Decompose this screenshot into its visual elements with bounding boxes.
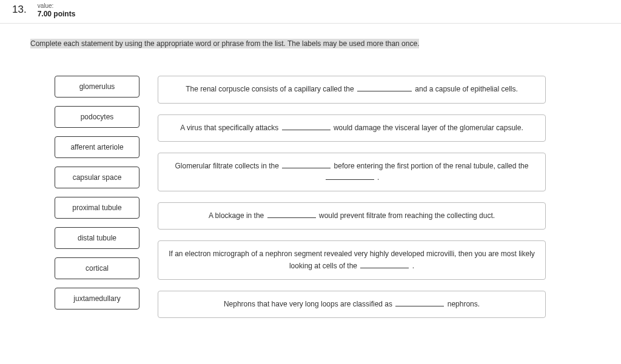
- targets-column: The renal corpuscle consists of a capill…: [158, 76, 546, 318]
- drag-drop-activity: glomerulus podocytes afferent arteriole …: [30, 76, 591, 318]
- label-distal-tubule[interactable]: distal tubule: [55, 227, 139, 249]
- fill-blank[interactable]: [282, 162, 331, 168]
- statement-text: would damage the visceral layer of the g…: [332, 124, 523, 132]
- statement-text: .: [375, 173, 380, 182]
- label-juxtamedullary[interactable]: juxtamedullary: [55, 288, 139, 309]
- statement-text: nephrons.: [445, 300, 480, 308]
- statement-text: and a capsule of epithelial cells.: [413, 85, 518, 93]
- labels-column: glomerulus podocytes afferent arteriole …: [55, 76, 139, 309]
- label-afferent-arteriole[interactable]: afferent arteriole: [55, 136, 139, 158]
- instructions-text: Complete each statement by using the app…: [30, 39, 419, 48]
- statement-text: before entering the first portion of the…: [332, 162, 528, 170]
- statement-text: The renal corpuscle consists of a capill…: [186, 85, 356, 93]
- question-number: 13.: [12, 4, 27, 16]
- question-header: 13. value: 7.00 points: [0, 0, 621, 24]
- fill-blank[interactable]: [360, 262, 409, 268]
- value-points: 7.00 points: [38, 10, 76, 18]
- statement-text: If an electron micrograph of a nephron s…: [169, 250, 535, 270]
- label-podocytes[interactable]: podocytes: [55, 106, 139, 128]
- target-statement-5[interactable]: If an electron micrograph of a nephron s…: [158, 240, 546, 279]
- statement-text: .: [410, 262, 414, 270]
- statement-text: A virus that specifically attacks: [180, 124, 280, 132]
- label-glomerulus[interactable]: glomerulus: [55, 76, 139, 98]
- target-statement-3[interactable]: Glomerular filtrate collects in the befo…: [158, 153, 546, 191]
- fill-blank[interactable]: [395, 300, 444, 306]
- statement-text: would prevent filtrate from reaching the…: [317, 211, 495, 220]
- target-statement-6[interactable]: Nephrons that have very long loops are c…: [158, 291, 546, 318]
- target-statement-2[interactable]: A virus that specifically attacks would …: [158, 114, 546, 142]
- statement-text: Nephrons that have very long loops are c…: [224, 300, 395, 308]
- fill-blank[interactable]: [267, 211, 316, 218]
- fill-blank[interactable]: [282, 124, 331, 130]
- value-block: value: 7.00 points: [38, 2, 76, 18]
- statement-text: Glomerular filtrate collects in the: [175, 162, 281, 170]
- label-cortical[interactable]: cortical: [55, 257, 139, 279]
- label-capsular-space[interactable]: capsular space: [55, 167, 139, 188]
- target-statement-1[interactable]: The renal corpuscle consists of a capill…: [158, 76, 546, 103]
- statement-text: A blockage in the: [209, 211, 266, 220]
- label-proximal-tubule[interactable]: proximal tubule: [55, 197, 139, 219]
- fill-blank[interactable]: [357, 85, 412, 92]
- fill-blank[interactable]: [326, 173, 374, 180]
- value-label: value:: [38, 2, 76, 10]
- target-statement-4[interactable]: A blockage in the would prevent filtrate…: [158, 202, 546, 230]
- content-area: Complete each statement by using the app…: [0, 24, 621, 330]
